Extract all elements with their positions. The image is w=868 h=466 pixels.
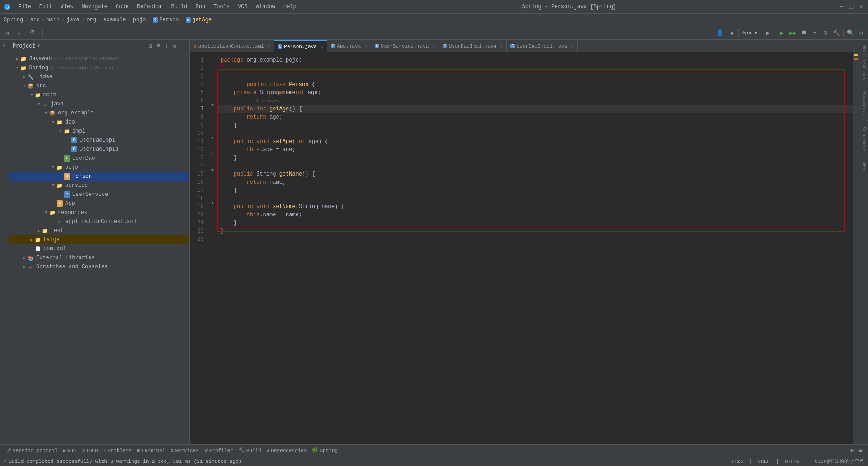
tree-item-target[interactable]: ▶ 📁 target: [9, 235, 189, 244]
breadcrumb-src[interactable]: src: [30, 17, 40, 23]
breadcrumb-spring[interactable]: Spring: [4, 17, 23, 23]
tree-item-appcontext[interactable]: ▶ ⚙ applicationContext.xml: [9, 217, 189, 226]
breadcrumb-pojo[interactable]: pojo: [133, 17, 146, 23]
stop-button[interactable]: ⏹: [799, 28, 809, 38]
project-dropdown[interactable]: Project ▼: [13, 43, 40, 49]
tree-item-spring[interactable]: ▼ 📁 Spring D:\Users\Admin\Spring: [9, 63, 189, 72]
services-tab[interactable]: ⚙ Services: [169, 447, 200, 453]
build-button[interactable]: 🔨: [831, 28, 841, 38]
tree-item-java[interactable]: ▼ ☕ java: [9, 100, 189, 109]
breadcrumb-getage[interactable]: mgetAge: [186, 16, 212, 23]
tree-item-scratches[interactable]: ▶ ✏️ Scratches and Consoles: [9, 262, 189, 271]
profiler-tab[interactable]: ⧖ Profiler: [203, 448, 235, 453]
search-everywhere-button[interactable]: 🔍: [845, 28, 855, 38]
terminal-tab[interactable]: ▣ Terminal: [135, 447, 167, 453]
run-button[interactable]: ▶: [777, 28, 787, 38]
tab-person[interactable]: C Person.java ✕: [274, 40, 327, 52]
code-line-2: [217, 64, 853, 72]
editor-scrollbar-area: [853, 52, 859, 444]
coverage-button[interactable]: ☂: [810, 28, 820, 38]
tree-item-userdao[interactable]: ▶ I UserDao: [9, 154, 189, 163]
dependencies-tab[interactable]: ◈ Dependencies: [265, 447, 309, 453]
todo-tab[interactable]: ☑ TODO: [80, 447, 99, 453]
breadcrumb-java[interactable]: java: [66, 17, 80, 23]
build-tab[interactable]: 🔨 Build: [237, 447, 263, 453]
menu-view[interactable]: View: [57, 3, 77, 11]
tree-item-external[interactable]: ▶ 📚 External Libraries: [9, 253, 189, 262]
tab-userdaoimpl[interactable]: C UserDaoImpl.java ✕: [439, 40, 507, 52]
web-label[interactable]: Web: [860, 158, 868, 174]
menu-build[interactable]: Build: [167, 3, 191, 11]
code-view[interactable]: package org.example.pojo; public class P…: [217, 52, 853, 444]
menu-code[interactable]: Code: [112, 3, 132, 11]
menu-edit[interactable]: Edit: [36, 3, 56, 11]
menu-vcs[interactable]: VCS: [234, 3, 251, 11]
forward-button[interactable]: ▷: [14, 28, 24, 38]
breadcrumb-org[interactable]: org: [86, 17, 96, 23]
app-dropdown[interactable]: App ▼: [738, 29, 761, 37]
layout-toggle[interactable]: ≡: [857, 447, 864, 454]
run-debug-button[interactable]: ▶▶: [788, 28, 798, 38]
tree-item-dao[interactable]: ▼ 📁 dao: [9, 118, 189, 127]
structure-label[interactable]: Structure: [860, 123, 868, 155]
panel-collapse-button[interactable]: ≡: [156, 42, 162, 50]
panel-settings-button[interactable]: ⚙: [171, 42, 178, 51]
maximize-button[interactable]: □: [848, 4, 854, 10]
minimize-button[interactable]: ─: [838, 4, 844, 10]
tree-item-resources[interactable]: ▼ 📁 resources: [9, 208, 189, 217]
menu-refactor[interactable]: Refactor: [133, 3, 167, 11]
tab-app[interactable]: C App.java ✕: [327, 40, 371, 52]
panel-sort-button[interactable]: ↕: [164, 42, 170, 50]
close-button[interactable]: ✕: [858, 4, 864, 10]
menu-file[interactable]: File: [14, 3, 35, 11]
editor-content[interactable]: 1 2 3 4 5 6 7 8 9 10 11 12 13 14 15 16 1…: [190, 52, 859, 444]
tree-item-person[interactable]: ▶ C Person: [9, 172, 189, 181]
tree-item-main[interactable]: ▼ 📁 main: [9, 90, 189, 100]
menu-tools[interactable]: Tools: [210, 3, 233, 11]
tree-item-pom[interactable]: ▶ 📄 pom.xml: [9, 244, 189, 253]
tab-userdaoimpl1[interactable]: C UserDaoImpl1.java ✕: [507, 40, 578, 52]
panel-minimize-button[interactable]: –: [179, 42, 186, 50]
tree-item-test[interactable]: ▶ 📁 test: [9, 226, 189, 235]
menu-window[interactable]: Window: [252, 3, 279, 11]
spring-tab[interactable]: 🌿 Spring: [310, 447, 340, 453]
tree-item-app[interactable]: ▶ A App: [9, 199, 189, 208]
tree-item-idea[interactable]: ▶ 🔧 .idea: [9, 72, 189, 81]
nav-left-button[interactable]: ◀: [726, 28, 736, 38]
back-button[interactable]: ◁: [2, 28, 12, 38]
panel-expand-button[interactable]: ⊡: [147, 42, 154, 51]
tree-item-userdaoimpl1[interactable]: ▶ C UserDaoImpl1: [9, 145, 189, 154]
breadcrumb-person[interactable]: CPerson: [153, 16, 179, 23]
tab-userservice[interactable]: C UserService.java ✕: [371, 40, 439, 52]
notifications-label[interactable]: Notifications: [860, 42, 868, 84]
version-control-tab[interactable]: ⎇ Version Control: [4, 447, 59, 453]
code-line-16: return name;: [217, 178, 853, 186]
layout-button[interactable]: ⊞: [848, 447, 855, 454]
tree-item-impl[interactable]: ▼ 📁 impl: [9, 127, 189, 136]
bookmarks-label[interactable]: Bookmarks: [860, 88, 868, 119]
problems-tab[interactable]: ⚠ Problems: [102, 447, 133, 453]
warning-mark: [854, 54, 858, 56]
tree-item-service[interactable]: ▼ 📁 service: [9, 181, 189, 190]
settings-button[interactable]: ⚙: [856, 28, 866, 38]
tree-item-userdaoimpl[interactable]: ▶ C UserDaoImpl: [9, 136, 189, 145]
menu-help[interactable]: Help: [280, 3, 300, 11]
run-tab[interactable]: ▶ Run: [61, 447, 78, 453]
menu-navigate[interactable]: Navigate: [78, 3, 111, 11]
profile-button[interactable]: 👤: [715, 28, 725, 38]
tab-applicationcontext[interactable]: ⚙ applicationContext.xml ✕: [190, 40, 274, 52]
tabs-menu-button[interactable]: ⋮: [851, 45, 857, 52]
profiler-button[interactable]: ⧖: [821, 28, 830, 38]
recent-files-button[interactable]: ⏱: [27, 28, 37, 38]
tree-item-src[interactable]: ▼ 📦 src: [9, 81, 189, 90]
tree-item-userservice[interactable]: ▶ C UserService: [9, 190, 189, 199]
tree-item-orgexample[interactable]: ▼ 📦 org.example: [9, 109, 189, 118]
tree-item-javaweb[interactable]: ▶ 📁 JavaWeb D:\Users\Admin\JavaWeb: [9, 54, 189, 63]
menu-run[interactable]: Run: [192, 3, 209, 11]
tree-item-pojo[interactable]: ▼ 📁 pojo: [9, 163, 189, 172]
breadcrumb-main[interactable]: main: [47, 17, 60, 23]
project-icon[interactable]: P: [0, 42, 9, 50]
breadcrumb-example[interactable]: example: [103, 17, 126, 23]
nav-right-button[interactable]: ▶: [763, 28, 773, 38]
code-line-13: }: [217, 154, 853, 162]
